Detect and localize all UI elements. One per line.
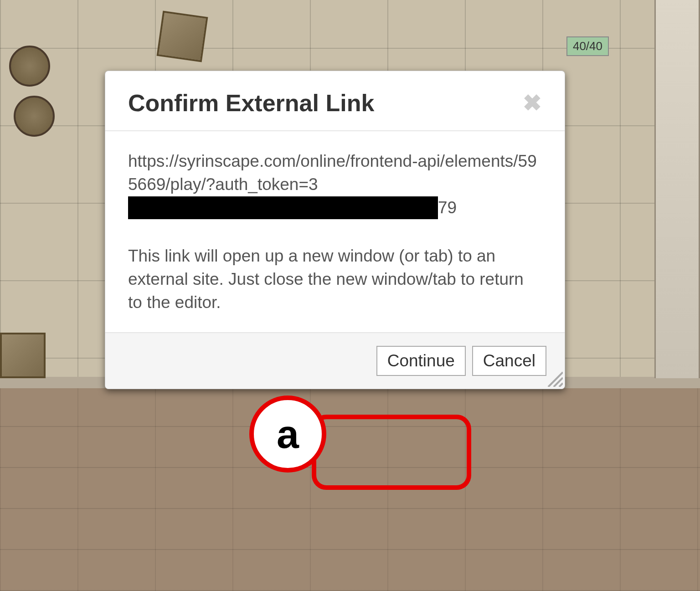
confirm-external-link-modal: Confirm External Link ✖ https://syrinsca… — [105, 71, 565, 389]
modal-header: Confirm External Link ✖ — [105, 71, 565, 131]
map-crate — [157, 11, 208, 62]
url-prefix: https://syrinscape.com/online/frontend-a… — [128, 152, 537, 194]
resize-grip-icon[interactable] — [545, 369, 563, 387]
map-wall — [654, 0, 700, 378]
modal-body: https://syrinscape.com/online/frontend-a… — [105, 131, 565, 332]
annotation-letter: a — [277, 411, 299, 457]
map-barrel — [9, 46, 50, 87]
modal-title: Confirm External Link — [128, 89, 374, 117]
modal-footer: Continue Cancel — [105, 332, 565, 389]
map-barrel — [14, 96, 55, 137]
external-url-text: https://syrinscape.com/online/frontend-a… — [128, 149, 542, 219]
annotation-highlight-box — [312, 415, 471, 490]
cancel-button[interactable]: Cancel — [472, 346, 546, 376]
modal-description: This link will open up a new window (or … — [128, 244, 542, 314]
annotation-marker: a — [249, 396, 326, 473]
continue-button[interactable]: Continue — [376, 346, 466, 376]
map-crate — [0, 333, 46, 378]
svg-line-2 — [559, 383, 563, 387]
url-suffix: 79 — [438, 198, 457, 217]
redacted-token — [128, 196, 438, 219]
token-hp-badge: 40/40 — [566, 36, 609, 56]
close-icon[interactable]: ✖ — [523, 92, 542, 114]
